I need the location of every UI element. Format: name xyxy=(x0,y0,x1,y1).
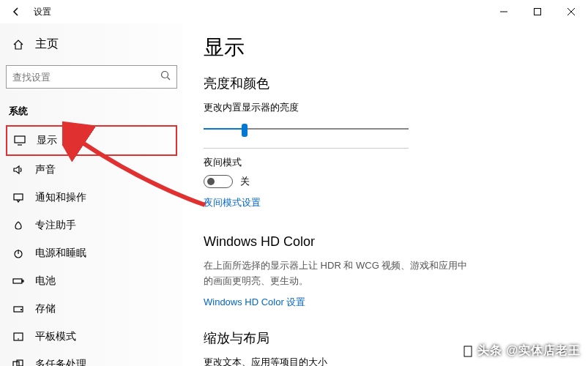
hdcolor-desc: 在上面所选择的显示器上让 HDR 和 WCG 视频、游戏和应用中的画面更明亮、更… xyxy=(204,258,475,289)
sidebar-item-label: 电池 xyxy=(35,274,56,288)
sidebar-item-multitask[interactable]: 多任务处理 xyxy=(6,351,177,366)
sidebar-item-label: 通知和操作 xyxy=(35,191,86,204)
content-pane: 显示 亮度和颜色 更改内置显示器的亮度 夜间模式 关 夜间模式设置 Window… xyxy=(183,23,588,366)
search-icon xyxy=(160,70,171,83)
svg-point-14 xyxy=(21,310,22,310)
sidebar-item-label: 显示 xyxy=(37,134,57,147)
multitask-icon xyxy=(12,359,25,366)
divider xyxy=(204,148,409,149)
sidebar-item-label: 声音 xyxy=(35,163,56,176)
night-mode-toggle[interactable] xyxy=(204,175,233,188)
sidebar-item-label: 平板模式 xyxy=(35,330,76,343)
sidebar-item-label: 专注助手 xyxy=(35,219,76,232)
sidebar: 主页 系统 显示 声音 通知和操作 专注助手 电源和睡眠 电池 xyxy=(0,23,183,366)
sidebar-item-notifications[interactable]: 通知和操作 xyxy=(6,184,177,212)
sidebar-item-sound[interactable]: 声音 xyxy=(6,156,177,184)
brightness-slider[interactable] xyxy=(204,120,409,138)
home-link[interactable]: 主页 xyxy=(6,31,177,58)
brightness-label: 更改内置显示器的亮度 xyxy=(204,101,567,114)
svg-rect-8 xyxy=(14,194,23,200)
night-mode-settings-link[interactable]: 夜间模式设置 xyxy=(204,196,261,209)
svg-rect-18 xyxy=(17,360,23,366)
home-label: 主页 xyxy=(35,37,59,52)
sidebar-item-focus[interactable]: 专注助手 xyxy=(6,212,177,239)
svg-rect-12 xyxy=(22,280,23,282)
svg-point-4 xyxy=(162,72,168,78)
battery-icon xyxy=(12,276,25,286)
home-icon xyxy=(12,39,25,51)
focus-icon xyxy=(12,220,25,231)
storage-icon xyxy=(12,304,25,314)
brightness-heading: 亮度和颜色 xyxy=(204,75,567,92)
svg-line-5 xyxy=(168,78,171,81)
night-mode-state: 关 xyxy=(240,175,250,188)
category-label: 系统 xyxy=(6,100,177,125)
sidebar-item-tablet[interactable]: 平板模式 xyxy=(6,323,177,351)
svg-rect-6 xyxy=(15,136,25,143)
sidebar-item-label: 电源和睡眠 xyxy=(35,247,86,260)
sidebar-item-label: 多任务处理 xyxy=(35,358,86,366)
search-input[interactable] xyxy=(12,72,160,83)
display-icon xyxy=(13,135,26,146)
watermark: 头条 @实体店老王 xyxy=(461,343,581,359)
back-button[interactable] xyxy=(7,3,25,20)
page-title: 显示 xyxy=(204,34,567,61)
hdcolor-heading: Windows HD Color xyxy=(204,234,567,250)
svg-rect-11 xyxy=(13,279,22,283)
sidebar-item-display[interactable]: 显示 xyxy=(6,125,177,156)
window-title: 设置 xyxy=(34,6,51,18)
power-icon xyxy=(12,248,25,258)
notifications-icon xyxy=(12,193,25,203)
close-button[interactable] xyxy=(554,0,588,23)
night-mode-label: 夜间模式 xyxy=(204,156,567,169)
sound-icon xyxy=(12,165,25,175)
minimize-button[interactable] xyxy=(487,0,521,23)
search-input-wrapper[interactable] xyxy=(6,65,177,89)
maximize-button[interactable] xyxy=(521,0,554,23)
sidebar-item-label: 存储 xyxy=(35,302,56,315)
sidebar-item-power[interactable]: 电源和睡眠 xyxy=(6,239,177,267)
svg-rect-1 xyxy=(535,9,541,15)
tablet-icon xyxy=(12,332,25,342)
svg-rect-19 xyxy=(464,346,472,356)
hdcolor-link[interactable]: Windows HD Color 设置 xyxy=(204,296,305,309)
sidebar-item-battery[interactable]: 电池 xyxy=(6,267,177,295)
svg-rect-17 xyxy=(13,362,19,366)
sidebar-item-storage[interactable]: 存储 xyxy=(6,295,177,323)
